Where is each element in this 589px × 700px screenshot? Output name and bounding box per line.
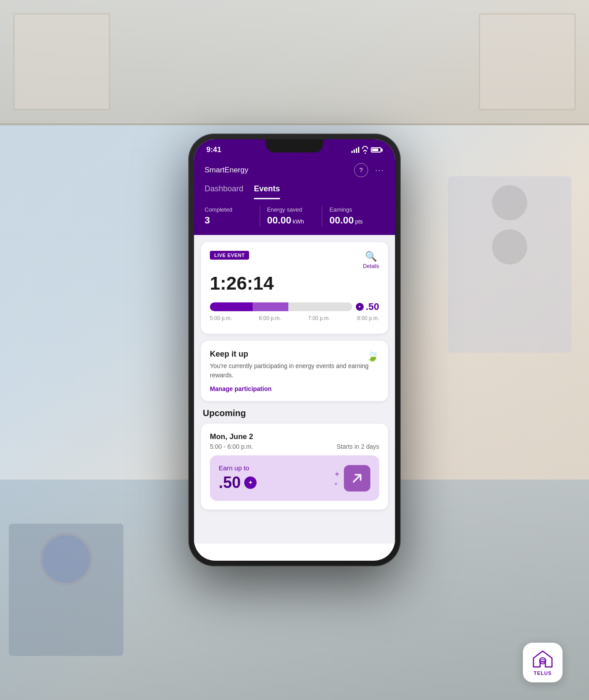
stat-energy-value: 00.00kWh <box>267 215 322 226</box>
stats-bar: Completed 3 Energy saved 00.00kWh Earnin… <box>194 199 395 235</box>
kitchen-cabinet-bottom-edge <box>0 123 589 125</box>
live-event-card: LIVE EVENT 🔍 Details 1:26:14 <box>201 242 388 334</box>
live-event-header: LIVE EVENT 🔍 Details <box>210 251 379 269</box>
keepitup-title: Keep it up <box>210 350 379 359</box>
main-content: LIVE EVENT 🔍 Details 1:26:14 <box>194 235 395 544</box>
nav-tabs: Dashboard Events <box>205 184 384 199</box>
details-label: Details <box>363 263 379 269</box>
more-menu-button[interactable]: ··· <box>375 166 384 175</box>
arrow-up-right-icon <box>344 465 370 491</box>
sparkle-top: ✦ <box>334 469 340 479</box>
timeline-label-1: 6:00 p.m. <box>259 315 281 321</box>
sparkle-icons: ✦ ✦ <box>334 469 340 487</box>
upcoming-time-row: 5:00 - 6:00 p.m. Starts in 2 days <box>210 443 379 450</box>
details-icon: 🔍 <box>365 251 377 262</box>
tab-events[interactable]: Events <box>254 184 280 199</box>
phone-frame: 9:41 <box>189 134 400 566</box>
upcoming-time: 5:00 - 6:00 p.m. <box>210 443 253 450</box>
cabinet-door-right <box>479 13 576 110</box>
telus-logo <box>531 649 555 669</box>
timeline-row: ✦ .50 <box>210 301 379 313</box>
phone-screen: 9:41 <box>194 139 395 561</box>
battery-icon <box>371 147 383 153</box>
stat-completed: Completed 3 <box>205 206 260 226</box>
left-appliance <box>9 524 123 656</box>
status-icons <box>351 146 383 154</box>
upcoming-card: Mon, June 2 5:00 - 6:00 p.m. Starts in 2… <box>201 424 388 510</box>
stat-completed-value: 3 <box>205 215 260 226</box>
svg-point-0 <box>540 658 546 664</box>
live-badge: LIVE EVENT <box>210 251 249 260</box>
phone-notch <box>266 139 323 153</box>
washer-drum <box>40 532 93 585</box>
earn-card: Earn up to .50 ✦ ✦ ✦ <box>210 455 379 501</box>
timeline-value-container: ✦ .50 <box>356 301 379 313</box>
right-appliance <box>448 176 571 353</box>
timeline-value: .50 <box>365 301 379 313</box>
manage-participation-link[interactable]: Manage participation <box>210 385 379 392</box>
details-button[interactable]: 🔍 Details <box>363 251 379 269</box>
stat-earnings-value: 00.00pts <box>329 215 384 226</box>
signal-icon <box>351 147 359 153</box>
stat-earnings-label: Earnings <box>329 206 384 213</box>
earn-decoration: ✦ ✦ <box>334 465 370 491</box>
help-button[interactable]: ? <box>354 163 368 177</box>
leaf-icon: 🍃 <box>366 350 379 362</box>
phone-outer: 9:41 <box>189 134 400 566</box>
appliance-dial-2 <box>492 229 527 264</box>
telus-badge: TELUS <box>523 643 563 682</box>
upcoming-section-title: Upcoming <box>201 408 388 418</box>
timeline-coin: ✦ <box>356 303 364 311</box>
timeline-active <box>253 302 288 311</box>
app-header-top: SmartEnergy ? ··· <box>205 163 384 177</box>
app-name: SmartEnergy <box>205 166 248 175</box>
timeline-track <box>210 302 352 311</box>
timeline-label-0: 5:00 p.m. <box>210 315 232 321</box>
live-timer: 1:26:14 <box>210 273 379 294</box>
stat-completed-label: Completed <box>205 206 260 213</box>
timeline-labels: 5:00 p.m. 6:00 p.m. 7:00 p.m. 8:00 p.m. <box>210 315 379 321</box>
keepitup-card: 🍃 Keep it up You're currently participat… <box>201 341 388 401</box>
stat-energy-label: Energy saved <box>267 206 322 213</box>
timeline-completed <box>210 302 253 311</box>
tab-dashboard[interactable]: Dashboard <box>205 184 243 199</box>
app-header: SmartEnergy ? ··· Dashboard Events <box>194 158 395 199</box>
timeline-bar: ✦ .50 5:00 p.m. 6:00 p.m. 7:00 p.m. 8:00… <box>210 301 379 321</box>
wifi-icon <box>362 146 368 154</box>
stat-earnings: Earnings 00.00pts <box>322 206 384 226</box>
timeline-label-2: 7:00 p.m. <box>308 315 330 321</box>
upcoming-starts-in: Starts in 2 days <box>337 443 380 450</box>
timeline-label-3: 8:00 p.m. <box>357 315 379 321</box>
upcoming-date: Mon, June 2 <box>210 432 379 441</box>
cabinet-door-left <box>13 13 110 110</box>
keepitup-description: You're currently participating in energy… <box>210 361 379 380</box>
appliance-dial <box>492 185 527 220</box>
sparkle-bottom: ✦ <box>334 481 340 487</box>
header-icons: ? ··· <box>354 163 384 177</box>
stat-energy-saved: Energy saved 00.00kWh <box>260 206 322 226</box>
earn-coin-icon: ✦ <box>244 477 257 489</box>
telus-text: TELUS <box>533 670 552 676</box>
status-time: 9:41 <box>206 145 221 154</box>
